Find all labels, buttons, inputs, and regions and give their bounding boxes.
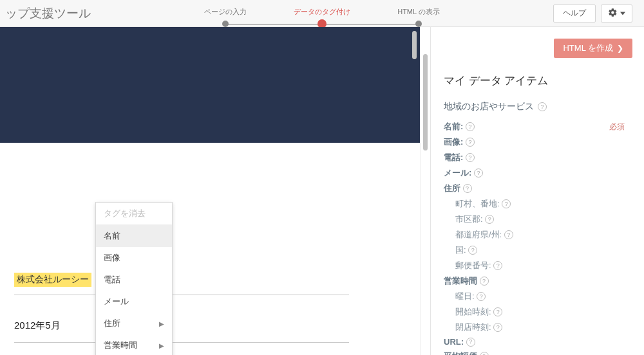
ctx-clear-tag: タグを消去	[96, 203, 172, 224]
ctx-item-phone[interactable]: 電話	[96, 269, 172, 291]
ctx-item-email[interactable]: メール	[96, 291, 172, 313]
help-icon[interactable]: ?	[485, 215, 494, 224]
button-label: HTML を作成	[563, 42, 613, 54]
help-icon[interactable]: ?	[468, 246, 477, 255]
help-icon[interactable]: ?	[493, 307, 502, 316]
data-items-panel: HTML を作成 ❯ マイ データ アイテム 地域のお店やサービス ? 名前: …	[430, 27, 644, 355]
top-bar: ップ支援ツール ページの入力 データのタグ付け HTML の表示 ヘルプ	[0, 0, 644, 27]
highlighted-text[interactable]: 株式会社ルーシー	[14, 273, 91, 287]
field-list: 名前: ?必須 画像: ? 電話: ? メール: ? 住所 ? 町村、番地: ?…	[444, 119, 631, 355]
field-phone[interactable]: 電話: ?	[444, 150, 631, 165]
step-page-input[interactable]: ページの入力	[177, 7, 274, 19]
help-icon[interactable]: ?	[463, 184, 472, 193]
chevron-right-icon: ▶	[159, 320, 164, 327]
ctx-item-address[interactable]: 住所▶	[96, 313, 172, 334]
chevron-right-icon: ❯	[617, 44, 623, 53]
step-track	[322, 24, 419, 25]
date-text[interactable]: 2012年5月	[14, 320, 349, 332]
scrollbar[interactable]	[420, 27, 430, 355]
field-address-postal[interactable]: 郵便番号: ?	[444, 258, 631, 273]
field-image[interactable]: 画像: ?	[444, 134, 631, 150]
step-label: データのタグ付け	[274, 7, 370, 17]
step-html-view[interactable]: HTML の表示	[370, 7, 467, 19]
field-address-country[interactable]: 国: ?	[444, 242, 631, 258]
field-hours-open[interactable]: 開始時刻: ?	[444, 304, 631, 320]
help-icon[interactable]: ?	[466, 338, 475, 347]
field-url[interactable]: URL: ?	[444, 335, 631, 349]
step-label: ページの入力	[177, 7, 274, 17]
field-hours[interactable]: 営業時間 ?	[444, 273, 631, 289]
field-email[interactable]: メール: ?	[444, 165, 631, 181]
field-address-region[interactable]: 都道府県/州: ?	[444, 227, 631, 242]
help-icon[interactable]: ?	[480, 277, 489, 286]
required-label: 必須	[609, 122, 631, 132]
field-address[interactable]: 住所 ?	[444, 181, 631, 196]
category-label: 地域のお店やサービス ?	[444, 101, 631, 113]
chevron-down-icon	[620, 9, 625, 18]
divider	[14, 342, 349, 343]
step-label: HTML の表示	[370, 7, 467, 17]
panel-body: 地域のお店やサービス ? 名前: ?必須 画像: ? 電話: ? メール: ? …	[431, 97, 644, 355]
app-title: ップ支援ツール	[0, 5, 91, 22]
ctx-item-hours[interactable]: 営業時間▶	[96, 334, 172, 355]
scrollbar[interactable]	[411, 31, 417, 179]
step-dot	[222, 21, 229, 27]
page-hero-banner	[0, 27, 420, 143]
step-track	[225, 24, 322, 25]
help-icon[interactable]: ?	[480, 352, 489, 355]
stepper: ページの入力 データのタグ付け HTML の表示	[91, 0, 553, 26]
ctx-item-name[interactable]: 名前	[96, 225, 172, 247]
ctx-item-image[interactable]: 画像	[96, 247, 172, 269]
help-icon[interactable]: ?	[502, 199, 511, 208]
scrollbar-thumb[interactable]	[412, 31, 417, 59]
help-icon[interactable]: ?	[493, 261, 502, 270]
context-menu: タグを消去 名前 画像 電話 メール 住所▶ 営業時間▶ URL 平均評価▶ レ…	[95, 202, 173, 355]
panel-title: マイ データ アイテム	[431, 64, 644, 97]
help-button[interactable]: ヘルプ	[553, 5, 596, 23]
help-icon[interactable]: ?	[474, 168, 483, 178]
field-avg-rating[interactable]: 平均評価 ?	[444, 349, 631, 355]
help-icon[interactable]: ?	[477, 292, 486, 301]
help-icon[interactable]: ?	[504, 230, 513, 239]
create-html-button[interactable]: HTML を作成 ❯	[554, 39, 632, 58]
field-hours-day[interactable]: 曜日: ?	[444, 289, 631, 304]
settings-button[interactable]	[601, 5, 632, 23]
field-hours-close[interactable]: 閉店時刻: ?	[444, 320, 631, 335]
step-dot	[415, 21, 422, 27]
main: 株式会社ルーシー 2012年5月 タグを消去 名前 画像 電話 メール 住所▶ …	[0, 27, 644, 355]
step-tagging[interactable]: データのタグ付け	[274, 7, 370, 19]
field-address-city[interactable]: 市区郡: ?	[444, 212, 631, 227]
help-icon[interactable]: ?	[538, 102, 547, 111]
chevron-right-icon: ▶	[159, 342, 164, 349]
panel-header: HTML を作成 ❯	[431, 27, 644, 64]
help-icon[interactable]: ?	[466, 138, 475, 147]
scrollbar-thumb[interactable]	[423, 54, 428, 150]
help-icon[interactable]: ?	[466, 153, 475, 162]
preview-pane: 株式会社ルーシー 2012年5月 タグを消去 名前 画像 電話 メール 住所▶ …	[0, 27, 420, 355]
field-name[interactable]: 名前: ?必須	[444, 119, 631, 134]
field-address-street[interactable]: 町村、番地: ?	[444, 196, 631, 212]
help-icon[interactable]: ?	[466, 122, 475, 131]
gear-icon	[608, 8, 618, 19]
toolbar-right: ヘルプ	[553, 5, 644, 23]
help-icon[interactable]: ?	[493, 323, 502, 332]
divider	[14, 295, 349, 295]
